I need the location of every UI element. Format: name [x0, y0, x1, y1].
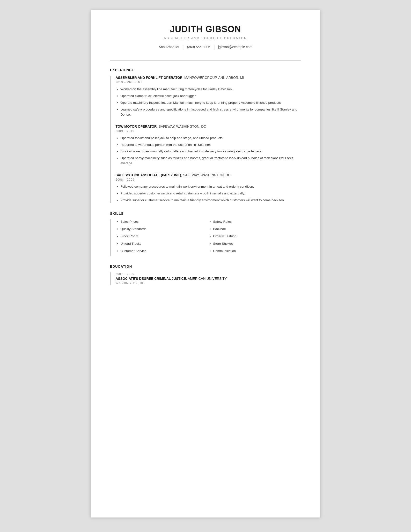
contact-info: Ann Arbor, MI | (360) 555-0805 | jgibson…	[110, 45, 301, 50]
job-1-company: MANPOWERGROUP, ANN ARBOR, MI	[184, 76, 244, 80]
separator-1: |	[183, 45, 184, 50]
job-3: SALES/STOCK ASSOCIATE (PART-TIME), SAFEW…	[116, 173, 301, 203]
education-content: 2007 – 2009 ASSOCIATE'S DEGREE CRIMINAL …	[110, 272, 301, 285]
job-1-bullet-1: Worked on the assembly line manufacturin…	[120, 87, 301, 92]
job-2-company: SAFEWAY, WASHINGTON, DC	[159, 124, 206, 128]
skill-safety-rules: Safety Rules	[213, 219, 301, 224]
edu-1: 2007 – 2009 ASSOCIATE'S DEGREE CRIMINAL …	[116, 272, 301, 285]
job-1-title: ASSEMBLER AND FORKLIFT OPERATOR	[116, 76, 183, 80]
skills-col-left: Sales Prices Quality Standards Stock Roo…	[116, 219, 208, 256]
experience-section: EXPERIENCE ASSEMBLER AND FORKLIFT OPERAT…	[110, 68, 301, 203]
skill-backhoe: Backhoe	[213, 227, 301, 231]
candidate-name: JUDITH GIBSON	[110, 24, 301, 34]
job-1-title-line: ASSEMBLER AND FORKLIFT OPERATOR, MANPOWE…	[116, 76, 301, 80]
education-section: EDUCATION 2007 – 2009 ASSOCIATE'S DEGREE…	[110, 265, 301, 285]
job-3-bullet-2: Provided superior customer service to re…	[120, 191, 301, 196]
job-3-bullet-3: Provide superior customer service to mai…	[120, 198, 301, 203]
job-3-bullets: Followed company procedures to maintain …	[116, 184, 301, 203]
skill-sales-prices: Sales Prices	[120, 219, 208, 224]
job-3-dates: 2008 – 2009	[116, 178, 301, 181]
job-1: ASSEMBLER AND FORKLIFT OPERATOR, MANPOWE…	[116, 76, 301, 117]
skill-quality-standards: Quality Standards	[120, 227, 208, 231]
edu-1-degree: ASSOCIATE'S DEGREE CRIMINAL JUSTICE	[116, 277, 186, 281]
experience-section-title: EXPERIENCE	[110, 68, 301, 72]
job-2-dates: 2009 – 2019	[116, 129, 301, 133]
contact-email: jgibson@example.com	[218, 45, 252, 49]
contact-location: Ann Arbor, MI	[159, 45, 179, 49]
skills-list-right: Safety Rules Backhoe Orderly Fashion Sto…	[208, 219, 301, 253]
resume-header: JUDITH GIBSON ASSEMBLER AND FORKLIFT OPE…	[110, 24, 301, 56]
job-1-bullets: Worked on the assembly line manufacturin…	[116, 87, 301, 117]
job-3-title: SALES/STOCK ASSOCIATE (PART-TIME)	[116, 173, 181, 177]
edu-1-school: AMERICAN UNIVERSITY	[188, 277, 227, 281]
edu-1-dates: 2007 – 2009	[116, 272, 301, 276]
job-3-title-line: SALES/STOCK ASSOCIATE (PART-TIME), SAFEW…	[116, 173, 301, 177]
skills-col-right: Safety Rules Backhoe Orderly Fashion Sto…	[208, 219, 301, 256]
skills-list-left: Sales Prices Quality Standards Stock Roo…	[116, 219, 208, 253]
job-2-bullet-3: Stocked wine boxes manually onto pallets…	[120, 149, 301, 154]
job-3-company: SAFEWAY, WASHINGTON, DC	[183, 173, 231, 177]
skill-unload-trucks: Unload Trucks	[120, 241, 208, 246]
resume-container: JUDITH GIBSON ASSEMBLER AND FORKLIFT OPE…	[91, 10, 320, 517]
skill-store-shelves: Store Shelves	[213, 241, 301, 246]
job-1-bullet-2: Operated clamp truck, electric pallet ja…	[120, 94, 301, 99]
job-2-bullet-4: Operated heavy machinery such as forklif…	[120, 156, 301, 166]
skills-section-title: SKILLS	[110, 212, 301, 216]
skill-communication: Communication	[213, 249, 301, 253]
contact-phone: (360) 555-0805	[187, 45, 210, 49]
edu-1-location: WASHINGTON, DC	[116, 282, 301, 285]
job-1-bullet-3: Operate machinery Inspect first part Mai…	[120, 100, 301, 105]
edu-1-degree-line: ASSOCIATE'S DEGREE CRIMINAL JUSTICE, AME…	[116, 277, 301, 281]
job-2-bullet-2: Reported to warehouse person with the us…	[120, 142, 301, 148]
skill-orderly-fashion: Orderly Fashion	[213, 234, 301, 239]
skill-customer-service: Customer Service	[120, 249, 208, 253]
experience-content: ASSEMBLER AND FORKLIFT OPERATOR, MANPOWE…	[110, 76, 301, 203]
skill-stock-room: Stock Room	[120, 234, 208, 239]
job-2-bullets: Operated forklift and pallet jack to shi…	[116, 136, 301, 166]
header-divider	[110, 60, 301, 61]
skills-content: Sales Prices Quality Standards Stock Roo…	[110, 219, 301, 256]
job-2-bullet-1: Operated forklift and pallet jack to shi…	[120, 136, 301, 141]
skills-section: SKILLS Sales Prices Quality Standards St…	[110, 212, 301, 256]
job-3-comma: ,	[181, 173, 183, 177]
job-1-dates: 2019 – PRESENT	[116, 81, 301, 84]
skills-columns: Sales Prices Quality Standards Stock Roo…	[116, 219, 301, 256]
job-2-comma: ,	[157, 124, 159, 128]
separator-2: |	[214, 45, 215, 50]
job-1-bullet-4: Learned safety procedures and specificat…	[120, 107, 301, 117]
job-2-title-line: TOW MOTOR OPERATOR, SAFEWAY, WASHINGTON,…	[116, 124, 301, 128]
candidate-title: ASSEMBLER AND FORKLIFT OPERATOR	[110, 36, 301, 40]
education-section-title: EDUCATION	[110, 265, 301, 268]
job-2: TOW MOTOR OPERATOR, SAFEWAY, WASHINGTON,…	[116, 124, 301, 166]
job-3-bullet-1: Followed company procedures to maintain …	[120, 184, 301, 189]
job-2-title: TOW MOTOR OPERATOR	[116, 124, 157, 128]
